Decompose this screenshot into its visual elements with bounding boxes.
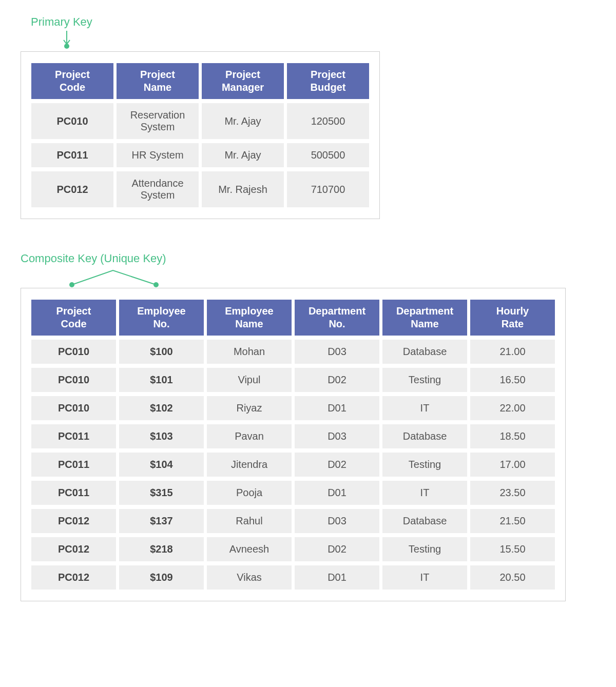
composite-key-connector [21, 267, 595, 288]
table-cell: PC011 [31, 453, 116, 477]
table-cell: Vikas [207, 565, 292, 590]
projects-table: ProjectCodeProjectNameProjectManagerProj… [28, 59, 372, 211]
table-cell: D01 [295, 565, 379, 590]
table-cell: $315 [119, 481, 204, 505]
table-cell: PC010 [31, 396, 116, 420]
svg-point-3 [153, 282, 159, 287]
table-cell: Mohan [207, 340, 292, 364]
table-cell: 16.50 [470, 368, 555, 392]
table-cell: PC010 [31, 368, 116, 392]
table-row: PC011$104JitendraD02Testing17.00 [31, 453, 555, 477]
table-cell: 120500 [287, 103, 369, 139]
table-cell: 21.50 [470, 509, 555, 533]
table-cell: IT [382, 565, 467, 590]
table-cell: PC010 [31, 103, 113, 139]
table-cell: 21.00 [470, 340, 555, 364]
table-cell: Avneesh [207, 537, 292, 561]
table-cell: D02 [295, 453, 379, 477]
table-row: PC011HR SystemMr. Ajay500500 [31, 143, 369, 167]
employees-table: ProjectCodeEmployeeNo.EmployeeNameDepart… [28, 296, 558, 594]
composite-key-label: Composite Key (Unique Key) [21, 252, 595, 265]
employees-table-wrap: ProjectCodeEmployeeNo.EmployeeNameDepart… [21, 288, 566, 601]
table-cell: Mr. Rajesh [202, 171, 284, 207]
table-cell: D01 [295, 481, 379, 505]
table-cell: D01 [295, 396, 379, 420]
table-row: PC012$218AvneeshD02Testing15.50 [31, 537, 555, 561]
table-cell: PC012 [31, 565, 116, 590]
projects-table-wrap: ProjectCodeProjectNameProjectManagerProj… [21, 51, 380, 219]
table-header: ProjectName [117, 63, 199, 99]
table-cell: HR System [117, 143, 199, 167]
table-cell: PC011 [31, 424, 116, 448]
primary-key-connector [21, 31, 595, 51]
table-cell: IT [382, 396, 467, 420]
table-header: DepartmentName [382, 300, 467, 336]
svg-point-1 [64, 44, 69, 49]
table-cell: Pooja [207, 481, 292, 505]
primary-key-section: Primary Key ProjectCodeProjectNameProjec… [21, 15, 595, 221]
table-cell: Testing [382, 453, 467, 477]
table-row: PC010$102RiyazD01IT22.00 [31, 396, 555, 420]
table-header: ProjectManager [202, 63, 284, 99]
table-cell: Database [382, 424, 467, 448]
table-cell: Database [382, 340, 467, 364]
primary-key-label: Primary Key [31, 15, 595, 29]
table-cell: Jitendra [207, 453, 292, 477]
table-cell: 23.50 [470, 481, 555, 505]
table-cell: D03 [295, 509, 379, 533]
table-cell: Testing [382, 537, 467, 561]
table-cell: Reservation System [117, 103, 199, 139]
table-cell: Riyaz [207, 396, 292, 420]
svg-point-2 [69, 282, 74, 287]
table-cell: $137 [119, 509, 204, 533]
table-cell: PC011 [31, 143, 113, 167]
table-cell: Database [382, 509, 467, 533]
table-header: EmployeeNo. [119, 300, 204, 336]
table-row: PC011$103PavanD03Database18.50 [31, 424, 555, 448]
table-cell: Mr. Ajay [202, 103, 284, 139]
table-cell: D02 [295, 368, 379, 392]
table-cell: Mr. Ajay [202, 143, 284, 167]
table-cell: Rahul [207, 509, 292, 533]
table-header: ProjectBudget [287, 63, 369, 99]
table-cell: PC012 [31, 171, 113, 207]
table-cell: $218 [119, 537, 204, 561]
table-cell: 710700 [287, 171, 369, 207]
table-row: PC011$315PoojaD01IT23.50 [31, 481, 555, 505]
table-row: PC012$137RahulD03Database21.50 [31, 509, 555, 533]
table-cell: 20.50 [470, 565, 555, 590]
table-cell: PC010 [31, 340, 116, 364]
table-row: PC012$109VikasD01IT20.50 [31, 565, 555, 590]
table-row: PC010$101VipulD02Testing16.50 [31, 368, 555, 392]
table-cell: $102 [119, 396, 204, 420]
table-cell: 500500 [287, 143, 369, 167]
table-cell: D03 [295, 340, 379, 364]
table-cell: $109 [119, 565, 204, 590]
table-cell: 18.50 [470, 424, 555, 448]
table-cell: $104 [119, 453, 204, 477]
table-cell: Vipul [207, 368, 292, 392]
table-cell: D03 [295, 424, 379, 448]
table-row: PC010Reservation SystemMr. Ajay120500 [31, 103, 369, 139]
table-cell: 15.50 [470, 537, 555, 561]
table-header: EmployeeName [207, 300, 292, 336]
table-cell: 17.00 [470, 453, 555, 477]
table-header: ProjectCode [31, 300, 116, 336]
table-cell: Pavan [207, 424, 292, 448]
table-cell: PC011 [31, 481, 116, 505]
table-row: PC012Attendance SystemMr. Rajesh710700 [31, 171, 369, 207]
table-header: ProjectCode [31, 63, 113, 99]
table-cell: $100 [119, 340, 204, 364]
table-header: HourlyRate [470, 300, 555, 336]
table-row: PC010$100MohanD03Database21.00 [31, 340, 555, 364]
composite-key-section: Composite Key (Unique Key) ProjectCodeEm… [21, 252, 595, 603]
table-cell: $103 [119, 424, 204, 448]
table-cell: 22.00 [470, 396, 555, 420]
table-cell: D02 [295, 537, 379, 561]
table-cell: $101 [119, 368, 204, 392]
table-cell: Attendance System [117, 171, 199, 207]
table-cell: IT [382, 481, 467, 505]
table-cell: PC012 [31, 537, 116, 561]
table-cell: PC012 [31, 509, 116, 533]
table-header: DepartmentNo. [295, 300, 379, 336]
